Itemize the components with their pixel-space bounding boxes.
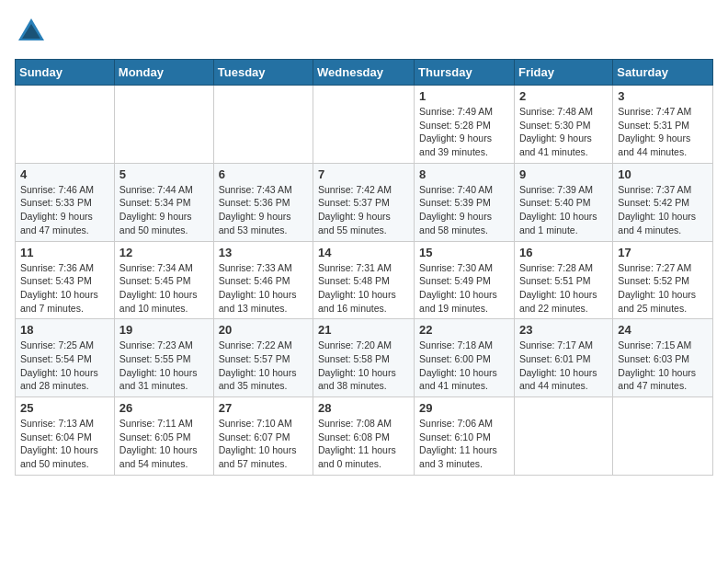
day-info: Sunrise: 7:15 AM Sunset: 6:03 PM Dayligh… <box>618 339 708 393</box>
day-number: 23 <box>519 323 608 337</box>
day-number: 11 <box>20 246 109 259</box>
calendar-cell: 29Sunrise: 7:06 AM Sunset: 6:10 PM Dayli… <box>415 397 515 476</box>
day-info: Sunrise: 7:18 AM Sunset: 6:00 PM Dayligh… <box>419 339 509 393</box>
calendar-cell: 25Sunrise: 7:13 AM Sunset: 6:04 PM Dayli… <box>16 397 115 476</box>
calendar-week-row: 1Sunrise: 7:49 AM Sunset: 5:28 PM Daylig… <box>16 86 713 164</box>
calendar-cell: 22Sunrise: 7:18 AM Sunset: 6:00 PM Dayli… <box>415 319 515 397</box>
day-info: Sunrise: 7:10 AM Sunset: 6:07 PM Dayligh… <box>219 417 308 471</box>
day-info: Sunrise: 7:34 AM Sunset: 5:45 PM Dayligh… <box>119 261 209 316</box>
day-number: 20 <box>219 323 308 337</box>
day-info: Sunrise: 7:17 AM Sunset: 6:01 PM Dayligh… <box>519 339 608 393</box>
day-info: Sunrise: 7:20 AM Sunset: 5:58 PM Dayligh… <box>318 339 409 393</box>
weekday-header: Friday <box>514 60 612 86</box>
day-info: Sunrise: 7:36 AM Sunset: 5:43 PM Dayligh… <box>20 261 109 316</box>
calendar-cell: 20Sunrise: 7:22 AM Sunset: 5:57 PM Dayli… <box>213 319 313 397</box>
calendar-cell: 19Sunrise: 7:23 AM Sunset: 5:55 PM Dayli… <box>114 319 213 397</box>
calendar-week-row: 11Sunrise: 7:36 AM Sunset: 5:43 PM Dayli… <box>16 241 713 319</box>
calendar-cell: 2Sunrise: 7:48 AM Sunset: 5:30 PM Daylig… <box>514 86 612 164</box>
calendar-cell <box>613 397 713 476</box>
calendar-cell: 28Sunrise: 7:08 AM Sunset: 6:08 PM Dayli… <box>313 397 415 476</box>
day-info: Sunrise: 7:28 AM Sunset: 5:51 PM Dayligh… <box>519 261 608 316</box>
day-number: 18 <box>20 323 109 337</box>
weekday-header: Monday <box>114 60 213 86</box>
day-number: 24 <box>618 323 708 337</box>
calendar-cell: 23Sunrise: 7:17 AM Sunset: 6:01 PM Dayli… <box>514 319 612 397</box>
day-number: 28 <box>318 401 409 415</box>
calendar-cell: 4Sunrise: 7:46 AM Sunset: 5:33 PM Daylig… <box>16 163 115 241</box>
day-number: 26 <box>119 401 209 415</box>
calendar-week-row: 25Sunrise: 7:13 AM Sunset: 6:04 PM Dayli… <box>16 397 713 476</box>
day-info: Sunrise: 7:25 AM Sunset: 5:54 PM Dayligh… <box>20 339 109 393</box>
day-info: Sunrise: 7:13 AM Sunset: 6:04 PM Dayligh… <box>20 417 109 471</box>
day-number: 12 <box>119 246 209 259</box>
day-number: 2 <box>519 89 608 103</box>
calendar-cell <box>114 86 213 164</box>
calendar-cell: 15Sunrise: 7:30 AM Sunset: 5:49 PM Dayli… <box>415 241 515 319</box>
page-header <box>15 15 713 48</box>
calendar-cell <box>514 397 612 476</box>
calendar-table: SundayMondayTuesdayWednesdayThursdayFrid… <box>15 59 713 476</box>
day-info: Sunrise: 7:47 AM Sunset: 5:31 PM Dayligh… <box>618 105 708 159</box>
day-number: 9 <box>519 167 608 181</box>
day-info: Sunrise: 7:30 AM Sunset: 5:49 PM Dayligh… <box>419 261 509 316</box>
day-info: Sunrise: 7:39 AM Sunset: 5:40 PM Dayligh… <box>519 183 608 237</box>
logo <box>15 15 51 48</box>
calendar-cell: 11Sunrise: 7:36 AM Sunset: 5:43 PM Dayli… <box>16 241 115 319</box>
calendar-cell: 9Sunrise: 7:39 AM Sunset: 5:40 PM Daylig… <box>514 163 612 241</box>
day-number: 29 <box>419 401 509 415</box>
day-info: Sunrise: 7:46 AM Sunset: 5:33 PM Dayligh… <box>20 183 109 237</box>
weekday-header: Tuesday <box>213 60 313 86</box>
calendar-cell: 5Sunrise: 7:44 AM Sunset: 5:34 PM Daylig… <box>114 163 213 241</box>
calendar-cell: 8Sunrise: 7:40 AM Sunset: 5:39 PM Daylig… <box>415 163 515 241</box>
day-number: 7 <box>318 167 409 181</box>
day-number: 15 <box>419 246 509 259</box>
calendar-cell: 16Sunrise: 7:28 AM Sunset: 5:51 PM Dayli… <box>514 241 612 319</box>
day-info: Sunrise: 7:31 AM Sunset: 5:48 PM Dayligh… <box>318 261 409 316</box>
calendar-cell: 17Sunrise: 7:27 AM Sunset: 5:52 PM Dayli… <box>613 241 713 319</box>
day-info: Sunrise: 7:42 AM Sunset: 5:37 PM Dayligh… <box>318 183 409 237</box>
weekday-header: Wednesday <box>313 60 415 86</box>
day-number: 5 <box>119 167 209 181</box>
logo-icon <box>15 15 48 48</box>
day-number: 14 <box>318 246 409 259</box>
day-number: 22 <box>419 323 509 337</box>
calendar-cell: 6Sunrise: 7:43 AM Sunset: 5:36 PM Daylig… <box>213 163 313 241</box>
day-info: Sunrise: 7:33 AM Sunset: 5:46 PM Dayligh… <box>219 261 308 316</box>
calendar-cell <box>213 86 313 164</box>
day-info: Sunrise: 7:08 AM Sunset: 6:08 PM Dayligh… <box>318 417 409 471</box>
calendar-cell: 10Sunrise: 7:37 AM Sunset: 5:42 PM Dayli… <box>613 163 713 241</box>
calendar-header-row: SundayMondayTuesdayWednesdayThursdayFrid… <box>16 60 713 86</box>
day-info: Sunrise: 7:43 AM Sunset: 5:36 PM Dayligh… <box>219 183 308 237</box>
calendar-cell: 27Sunrise: 7:10 AM Sunset: 6:07 PM Dayli… <box>213 397 313 476</box>
day-number: 4 <box>20 167 109 181</box>
day-info: Sunrise: 7:06 AM Sunset: 6:10 PM Dayligh… <box>419 417 509 471</box>
calendar-cell: 21Sunrise: 7:20 AM Sunset: 5:58 PM Dayli… <box>313 319 415 397</box>
calendar-cell: 12Sunrise: 7:34 AM Sunset: 5:45 PM Dayli… <box>114 241 213 319</box>
weekday-header: Sunday <box>16 60 115 86</box>
day-info: Sunrise: 7:40 AM Sunset: 5:39 PM Dayligh… <box>419 183 509 237</box>
calendar-cell: 13Sunrise: 7:33 AM Sunset: 5:46 PM Dayli… <box>213 241 313 319</box>
day-number: 21 <box>318 323 409 337</box>
calendar-cell: 7Sunrise: 7:42 AM Sunset: 5:37 PM Daylig… <box>313 163 415 241</box>
calendar-cell: 1Sunrise: 7:49 AM Sunset: 5:28 PM Daylig… <box>415 86 515 164</box>
day-info: Sunrise: 7:49 AM Sunset: 5:28 PM Dayligh… <box>419 105 509 159</box>
calendar-cell: 24Sunrise: 7:15 AM Sunset: 6:03 PM Dayli… <box>613 319 713 397</box>
calendar-cell: 14Sunrise: 7:31 AM Sunset: 5:48 PM Dayli… <box>313 241 415 319</box>
calendar-cell: 26Sunrise: 7:11 AM Sunset: 6:05 PM Dayli… <box>114 397 213 476</box>
day-number: 1 <box>419 89 509 103</box>
day-info: Sunrise: 7:37 AM Sunset: 5:42 PM Dayligh… <box>618 183 708 237</box>
calendar-cell <box>313 86 415 164</box>
weekday-header: Saturday <box>613 60 713 86</box>
calendar-week-row: 4Sunrise: 7:46 AM Sunset: 5:33 PM Daylig… <box>16 163 713 241</box>
day-number: 16 <box>519 246 608 259</box>
day-number: 3 <box>618 89 708 103</box>
calendar-week-row: 18Sunrise: 7:25 AM Sunset: 5:54 PM Dayli… <box>16 319 713 397</box>
day-info: Sunrise: 7:23 AM Sunset: 5:55 PM Dayligh… <box>119 339 209 393</box>
calendar-cell: 18Sunrise: 7:25 AM Sunset: 5:54 PM Dayli… <box>16 319 115 397</box>
weekday-header: Thursday <box>415 60 515 86</box>
day-info: Sunrise: 7:27 AM Sunset: 5:52 PM Dayligh… <box>618 261 708 316</box>
day-info: Sunrise: 7:44 AM Sunset: 5:34 PM Dayligh… <box>119 183 209 237</box>
calendar-cell: 3Sunrise: 7:47 AM Sunset: 5:31 PM Daylig… <box>613 86 713 164</box>
day-number: 27 <box>219 401 308 415</box>
day-number: 8 <box>419 167 509 181</box>
